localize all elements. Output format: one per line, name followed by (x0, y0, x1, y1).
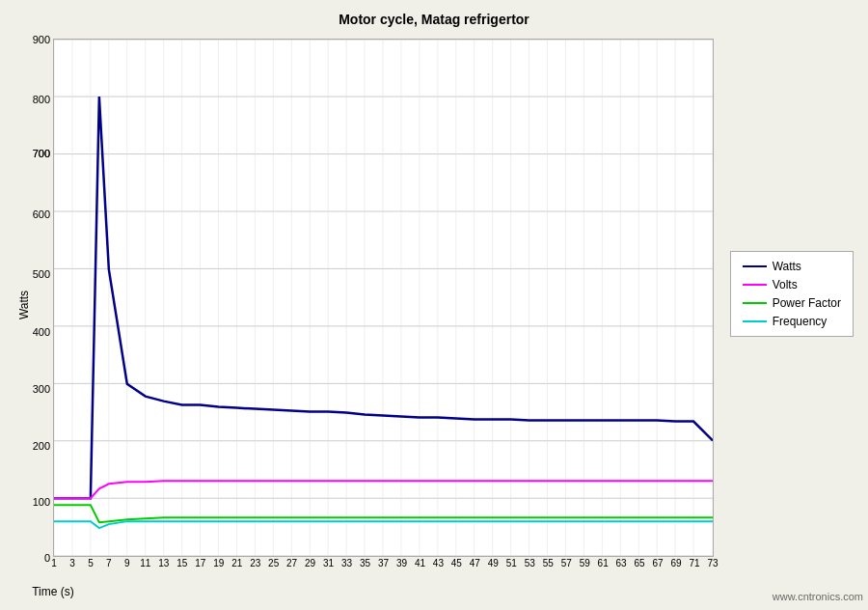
y-tick-700c: 700 (33, 148, 50, 159)
x-tick-33: 33 (341, 558, 352, 568)
y-tick-900: 900 (33, 34, 50, 45)
x-tick-37: 37 (378, 558, 389, 568)
x-tick-45: 45 (451, 558, 462, 568)
x-tick-17: 17 (195, 558, 205, 568)
legend: Watts Volts Power Factor Frequency (730, 251, 854, 337)
x-tick-25: 25 (268, 558, 279, 568)
legend-line-volts (743, 284, 767, 286)
x-tick-63: 63 (616, 558, 627, 568)
x-tick-7: 7 (106, 558, 112, 568)
chart-container: Motor cycle, Matag refrigertor Watts (0, 0, 868, 610)
y-tick-0: 0 (44, 552, 50, 564)
x-tick-27: 27 (286, 558, 297, 568)
x-tick-21: 21 (231, 558, 242, 568)
x-tick-5: 5 (88, 558, 94, 568)
x-tick-41: 41 (415, 558, 425, 568)
x-tick-39: 39 (396, 558, 407, 568)
y-tick-100: 100 (33, 496, 50, 508)
y-tick-500: 500 (33, 268, 50, 280)
chart-area: 900 800 700 700 600 500 400 300 200 100 … (53, 39, 714, 557)
x-tick-61: 61 (598, 558, 609, 568)
x-tick-29: 29 (305, 558, 315, 568)
chart-title: Motor cycle, Matag refrigertor (0, 0, 868, 31)
legend-line-power-factor (743, 302, 767, 304)
x-tick-65: 65 (635, 558, 645, 568)
x-tick-43: 43 (433, 558, 444, 568)
legend-label-volts: Volts (773, 278, 798, 291)
x-tick-9: 9 (124, 558, 130, 568)
x-tick-55: 55 (543, 558, 554, 568)
x-tick-53: 53 (525, 558, 535, 568)
y-tick-800: 800 (33, 94, 50, 105)
x-tick-1: 1 (51, 558, 57, 568)
legend-item-watts: Watts (743, 260, 841, 273)
x-tick-67: 67 (653, 558, 664, 568)
legend-label-power-factor: Power Factor (773, 296, 841, 310)
y-tick-300: 300 (33, 383, 50, 395)
x-axis-label: Time (s) (0, 585, 384, 598)
x-tick-57: 57 (561, 558, 572, 568)
x-tick-13: 13 (158, 558, 169, 568)
legend-line-watts (743, 265, 767, 267)
legend-item-power-factor: Power Factor (743, 296, 841, 310)
watermark: www.cntronics.com (773, 591, 863, 602)
chart-svg (54, 40, 713, 556)
x-tick-19: 19 (213, 558, 224, 568)
x-tick-73: 73 (707, 558, 718, 568)
x-tick-23: 23 (250, 558, 260, 568)
x-tick-3: 3 (69, 558, 75, 568)
y-tick-400: 400 (33, 326, 50, 338)
legend-item-volts: Volts (743, 278, 841, 291)
legend-item-frequency: Frequency (743, 315, 841, 328)
x-tick-15: 15 (176, 558, 187, 568)
x-tick-59: 59 (580, 558, 590, 568)
x-tick-31: 31 (323, 558, 334, 568)
x-tick-47: 47 (470, 558, 480, 568)
x-tick-69: 69 (670, 558, 681, 568)
legend-label-watts: Watts (773, 260, 801, 273)
x-tick-49: 49 (488, 558, 499, 568)
y-tick-600: 600 (33, 208, 50, 220)
legend-line-frequency (743, 320, 767, 322)
x-tick-51: 51 (506, 558, 517, 568)
x-tick-11: 11 (140, 558, 150, 568)
x-tick-35: 35 (360, 558, 370, 568)
legend-label-frequency: Frequency (773, 315, 827, 328)
y-tick-200: 200 (33, 440, 50, 452)
x-tick-71: 71 (689, 558, 699, 568)
